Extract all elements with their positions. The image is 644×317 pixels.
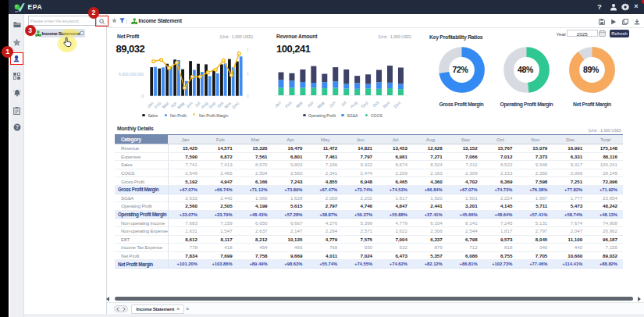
svg-text:Aug: Aug — [349, 100, 358, 109]
svg-text:Aug: Aug — [200, 101, 208, 109]
svg-text:1: 1 — [247, 48, 249, 52]
svg-text:Feb: Feb — [154, 101, 162, 109]
svg-text:Jun: Jun — [328, 100, 336, 109]
svg-text:Jan: Jan — [146, 101, 155, 109]
svg-text:Mar: Mar — [162, 101, 170, 109]
svg-text:Feb: Feb — [284, 100, 293, 109]
svg-text:Oct: Oct — [216, 101, 225, 109]
svg-text:?: ? — [16, 124, 19, 130]
svg-text:Jul: Jul — [340, 100, 347, 107]
svg-text:0: 0 — [247, 94, 249, 98]
svg-text:Sep: Sep — [360, 100, 368, 109]
svg-text:Apr: Apr — [306, 100, 314, 108]
svg-text:Nov: Nov — [223, 101, 232, 109]
svg-text:Mar: Mar — [295, 100, 304, 109]
svg-text:6,000,000,000: 6,000,000,000 — [119, 72, 144, 77]
svg-text:Dec: Dec — [393, 100, 401, 109]
svg-text:1: 1 — [247, 71, 249, 76]
svg-text:Jun: Jun — [185, 101, 194, 109]
svg-text:May: May — [316, 100, 326, 109]
svg-text:Dec: Dec — [231, 101, 240, 109]
svg-text:Oct: Oct — [372, 100, 380, 109]
svg-text:Sep: Sep — [208, 101, 216, 109]
svg-text:Nov: Nov — [382, 100, 390, 109]
svg-text:Jan: Jan — [273, 100, 282, 109]
svg-text:May: May — [176, 101, 186, 110]
svg-text:0: 0 — [141, 94, 144, 98]
